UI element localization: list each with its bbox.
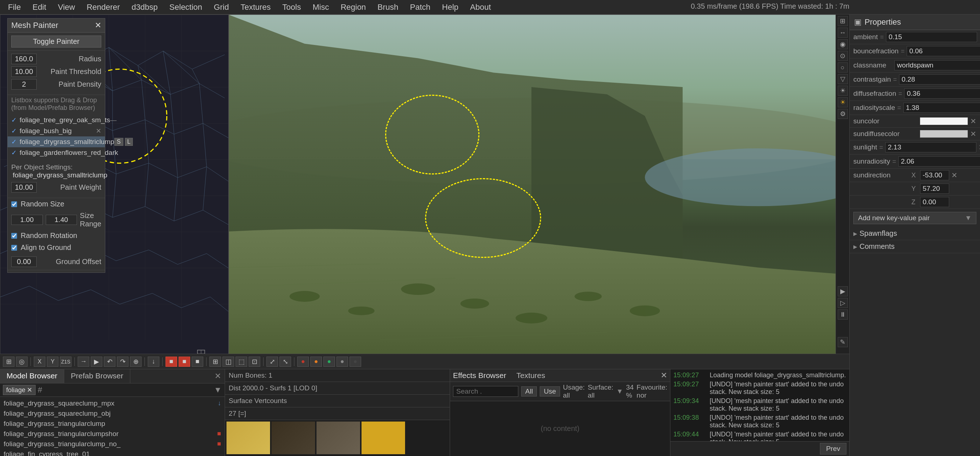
size-max-input[interactable] [46,215,77,225]
prop-del-sundiffusecolor[interactable]: ✕ [970,130,976,138]
random-rotation-checkbox[interactable] [11,233,17,239]
menu-file[interactable]: File [3,1,26,13]
use-filter-btn[interactable]: Use [540,386,560,397]
delete-bush[interactable]: ✕ [96,127,101,135]
vr-pause-icon[interactable]: ⏸ [838,310,848,319]
tb-select-btn[interactable]: ⬚ [235,357,247,367]
tb-x-btn[interactable]: X [34,357,45,367]
ground-offset-value[interactable]: 0.00 [11,256,37,267]
menu-tools[interactable]: Tools [277,1,306,13]
tb-circle-gray[interactable]: ● [336,357,348,367]
search-clear-btn[interactable]: ✕ [27,386,32,394]
prop-val-suncolor[interactable] [920,117,968,125]
menu-grid[interactable]: Grid [209,1,234,13]
prop-val-diffusefraction[interactable] [904,89,980,99]
vr-paint-icon[interactable]: ⊙ [838,51,848,61]
vr-light-icon[interactable]: ☀ [838,86,848,96]
menu-region[interactable]: Region [336,1,371,13]
list-item-5[interactable]: foliage_fin_cypress_tree_01 [0,449,225,456]
tb-plus-btn[interactable]: ⊕ [130,357,142,367]
tb-circle-grn[interactable]: ● [323,357,335,367]
tab-prefab-browser[interactable]: Prefab Browser [64,369,130,383]
prop-val-ambient[interactable] [886,32,977,42]
vr-play-icon[interactable]: ▶ [838,286,848,296]
browser-down-arrow[interactable]: ▼ [214,385,222,395]
list-item-oak[interactable]: ✓ foliage_tree_grey_oak_sm_ts — [8,114,105,126]
tb-circle-org[interactable]: ● [310,357,322,367]
menu-brush[interactable]: Brush [372,1,403,13]
prop-z-value[interactable] [920,197,949,207]
list-item-bush[interactable]: ✓ foliage_bush_big ✕ [8,126,105,137]
tb-z1s-btn[interactable]: Z1S [60,357,72,367]
tb-expand-btn[interactable]: ⤢ [266,357,278,367]
tb-down-btn[interactable]: ↓ [148,357,159,367]
tb-redo-btn[interactable]: ↷ [117,357,129,367]
tb-grid-btn[interactable]: ⊞ [210,357,221,367]
prop-y-value[interactable] [920,184,949,194]
radius-value[interactable]: 160.0 [11,54,37,64]
effects-close-btn[interactable]: ✕ [660,371,667,380]
list-item-gardenflowers[interactable]: ✓ foliage_gardenflowers_red_dark [8,147,105,158]
tb-arrow-btn[interactable]: → [78,357,89,367]
tb-snap-btn[interactable]: ◫ [223,357,234,367]
prop-del-sundirection[interactable]: ✕ [951,171,958,180]
menu-renderer[interactable]: Renderer [82,1,125,13]
menu-about[interactable]: About [465,1,496,13]
vr-brush-icon[interactable]: ◉ [838,39,848,49]
tb-circle-dark[interactable]: ● [350,357,361,367]
size-s-btn[interactable]: S [115,138,123,146]
menu-edit[interactable]: Edit [27,1,51,13]
mesh-painter-close[interactable]: ✕ [95,21,101,30]
menu-selection[interactable]: Selection [164,1,208,13]
menu-misc[interactable]: Misc [307,1,334,13]
tb-btn-3[interactable]: ■ [192,357,203,367]
tb-prefab-btn[interactable]: ◎ [16,357,28,367]
random-size-checkbox[interactable] [11,201,17,207]
prop-val-sunlight[interactable] [885,142,976,153]
tb-forward-btn[interactable]: ▶ [91,357,102,367]
tb-y-btn[interactable]: Y [47,357,59,367]
tb-region-btn[interactable]: ⊡ [249,357,260,367]
menu-help[interactable]: Help [437,1,463,13]
add-keyval-button[interactable]: Add new key-value pair ▼ [853,212,976,224]
vr-eraser-icon[interactable]: ○ [838,62,848,73]
prop-val-classname[interactable] [894,60,980,70]
list-item-0[interactable]: foliage_drygrass_squareclump_mpx ↓ [0,398,225,408]
list-item-drygrass[interactable]: ✓ foliage_drygrass_smalltriclump S L [8,137,105,147]
delete-oak[interactable]: — [110,116,116,124]
vr-grid-icon[interactable]: ⊞ [838,16,848,26]
size-l-btn[interactable]: L [125,138,133,146]
textures-tab[interactable]: Textures [517,371,545,380]
surface-dropdown-arrow[interactable]: ▼ [616,388,623,396]
tb-model-browser-btn[interactable]: ⊞ [3,357,14,367]
prop-val-contrastgain[interactable] [899,75,980,84]
prop-del-sunlight[interactable]: ✕ [978,143,980,152]
vr-pen-icon[interactable]: ✎ [838,337,848,347]
vr-settings-icon[interactable]: ⚙ [838,109,848,119]
size-min-input[interactable] [11,215,43,225]
tb-undo-btn[interactable]: ↶ [104,357,115,367]
tb-circle-red[interactable]: ● [297,357,309,367]
vr-filter-icon[interactable]: ▽ [838,74,848,84]
toggle-painter-button[interactable]: Toggle Painter [11,35,101,48]
list-item-4[interactable]: foliage_drygrass_triangularclump_no_ ■ [0,439,225,449]
all-filter-btn[interactable]: All [521,386,537,397]
vr-move-icon[interactable]: ↔ [838,27,848,38]
list-item-3[interactable]: foliage_drygrass_triangularclumpshor ■ [0,429,225,439]
comments-toggle[interactable]: ▶ Comments [853,242,976,251]
align-to-ground-checkbox[interactable] [11,245,17,251]
list-item-2[interactable]: foliage_drygrass_triangularclump [0,419,225,429]
vr-play2-icon[interactable]: ▷ [838,298,848,308]
prop-val-radiosityscale[interactable] [904,103,980,113]
tab-model-browser[interactable]: Model Browser [0,369,64,383]
prop-del-suncolor[interactable]: ✕ [970,117,976,126]
paint-threshold-value[interactable]: 10.00 [11,67,37,77]
prop-val-sunradiosity[interactable] [898,156,980,167]
menu-d3dbsp[interactable]: d3dbsp [126,1,162,13]
prop-val-bouncefraction[interactable] [907,46,980,56]
list-item-1[interactable]: foliage_drygrass_squareclump_obj [0,408,225,419]
browser-close[interactable]: ✕ [211,369,225,383]
menu-textures[interactable]: Textures [235,1,276,13]
vr-sun-icon[interactable]: ☀ [838,97,848,107]
tb-red-btn-2[interactable]: ■ [178,357,190,367]
